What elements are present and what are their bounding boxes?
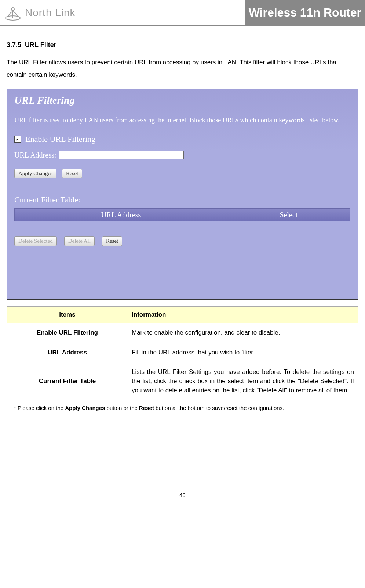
url-address-label: URL Address:	[14, 151, 56, 159]
section-heading: 3.7.5 URL Filter	[7, 41, 358, 49]
intro-paragraph: The URL Filter allows users to prevent c…	[7, 56, 358, 81]
th-information: Information	[128, 307, 358, 323]
screenshot-description: URL filter is used to deny LAN users fro…	[14, 115, 350, 125]
url-filtering-screenshot: URL Filtering URL filter is used to deny…	[7, 89, 358, 300]
table-header-row: Items Information	[7, 307, 358, 323]
row-item: URL Address	[7, 343, 128, 362]
svg-point-1	[11, 8, 14, 11]
enable-filtering-label: Enable URL Filtering	[25, 134, 95, 144]
table-row: URL Address Fill in the URL address that…	[7, 343, 358, 362]
enable-filtering-row: ✓ Enable URL Filtering	[14, 134, 350, 144]
apply-changes-button[interactable]: Apply Changes	[14, 169, 56, 178]
page-title: Wireless 11n Router	[245, 0, 365, 26]
logo-text: North Link	[25, 7, 76, 19]
button-row-1: Apply Changes Reset	[14, 169, 350, 178]
delete-selected-button[interactable]: Delete Selected	[14, 236, 57, 246]
row-item: Current Filter Table	[7, 362, 128, 400]
page-number: 49	[0, 492, 365, 505]
button-row-2: Delete Selected Delete All Reset	[14, 236, 350, 246]
th-items: Items	[7, 307, 128, 323]
row-info: Lists the URL Filter Settings you have a…	[128, 362, 358, 400]
section-title: URL Filter	[25, 41, 56, 48]
logo-area: North Link	[4, 4, 76, 22]
content-area: 3.7.5 URL Filter The URL Filter allows u…	[0, 26, 365, 418]
url-address-row: URL Address:	[14, 151, 350, 159]
page-header: North Link Wireless 11n Router	[0, 0, 365, 26]
northlink-logo-icon	[4, 4, 22, 22]
row-item: Enable URL Filtering	[7, 323, 128, 343]
reset-button-2[interactable]: Reset	[102, 236, 122, 246]
th-url-address: URL Address	[15, 211, 227, 219]
row-info: Fill in the URL address that you wish to…	[128, 343, 358, 362]
row-info: Mark to enable the configuration, and cl…	[128, 323, 358, 343]
info-table: Items Information Enable URL Filtering M…	[7, 306, 358, 400]
enable-filtering-checkbox[interactable]: ✓	[14, 136, 21, 143]
section-number: 3.7.5	[7, 41, 21, 48]
footnote: * Please click on the Apply Changes butt…	[7, 405, 358, 411]
th-select: Select	[227, 211, 350, 219]
table-row: Current Filter Table Lists the URL Filte…	[7, 362, 358, 400]
table-row: Enable URL Filtering Mark to enable the …	[7, 323, 358, 343]
url-address-input[interactable]	[59, 151, 184, 159]
filter-table-header: URL Address Select	[14, 208, 350, 221]
filter-table-title: Current Filter Table:	[14, 195, 350, 205]
reset-button[interactable]: Reset	[62, 169, 82, 178]
screenshot-title: URL Filtering	[14, 94, 350, 106]
delete-all-button[interactable]: Delete All	[64, 236, 95, 246]
